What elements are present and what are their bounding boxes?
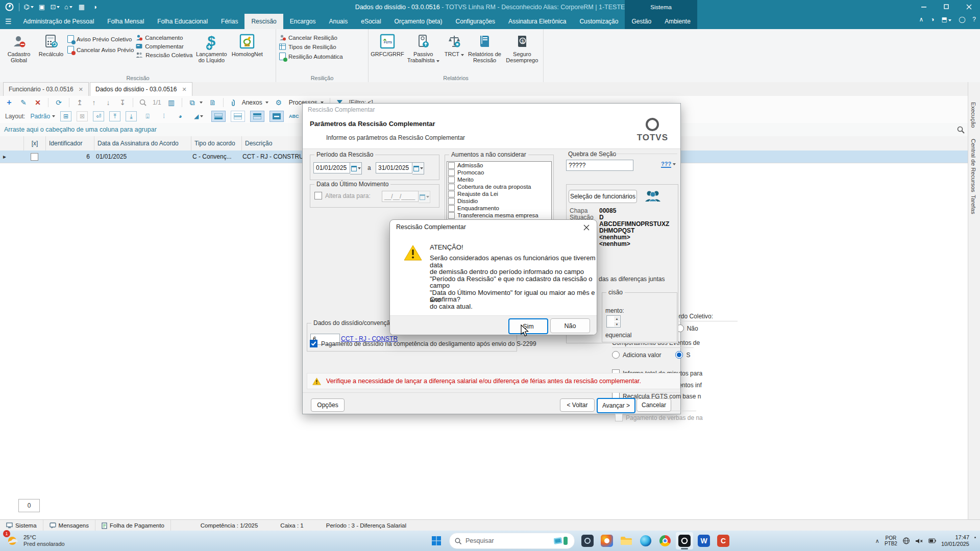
chart-dropdown-icon[interactable]: ◢ xyxy=(191,111,206,121)
connections-icon[interactable]: ⌬ xyxy=(24,3,33,11)
volume-muted-icon[interactable] xyxy=(915,538,923,544)
start-button[interactable] xyxy=(428,532,445,549)
status-folha-pagamento[interactable]: Folha de Pagamento xyxy=(95,520,171,531)
tab-gestao[interactable]: Gestão xyxy=(625,14,658,29)
battery-icon[interactable] xyxy=(928,538,936,544)
previous-record-icon[interactable]: ↑ xyxy=(90,98,98,107)
selecao-funcionarios-button[interactable]: Seleção de funcionários xyxy=(569,190,637,203)
app-icon-copilot[interactable] xyxy=(598,532,616,549)
aumento-checkbox[interactable] xyxy=(448,212,455,219)
substitui-radio[interactable] xyxy=(675,351,683,359)
tab-configuracoes[interactable]: Configurações xyxy=(449,14,502,29)
tab-assinatura-eletronica[interactable]: Assinatura Eletrônica xyxy=(502,14,573,29)
col-header-identificador[interactable]: Identificador xyxy=(46,136,94,151)
chevron-down-icon[interactable] xyxy=(265,102,268,104)
hamburger-menu-icon[interactable]: ☰ xyxy=(0,14,17,29)
layout-sort-icon[interactable]: ⫶ xyxy=(158,111,169,121)
edit-record-icon[interactable]: ✎ xyxy=(19,98,28,107)
taskbar-search[interactable]: Pesquisar xyxy=(449,533,575,549)
grfc-grrf-button[interactable]: FGTS GRFC/GRRF xyxy=(372,31,403,57)
s2299-checkbox[interactable] xyxy=(310,340,317,347)
doc-tab-funcionario[interactable]: Funcionário - 03.0.0516✕ xyxy=(3,82,89,96)
layout-import-icon[interactable]: ⤓ xyxy=(126,111,137,121)
lancamento-liquido-button[interactable]: $ Lançamento do Líquido xyxy=(194,31,228,63)
module-icon[interactable]: ⊡ xyxy=(51,3,59,11)
dialog-title-bar[interactable]: Rescisão Complementar xyxy=(303,104,680,116)
adiciona-valor-radio[interactable] xyxy=(612,351,620,359)
homolognet-button[interactable]: MTE HomologNet xyxy=(230,31,264,57)
view-toggle-2[interactable] xyxy=(231,111,245,122)
dock-tab-execucao[interactable]: Execução xyxy=(970,102,976,128)
incremento-spinner[interactable]: ▲ ▼ xyxy=(606,315,621,328)
app-icon-tasks[interactable] xyxy=(579,532,596,549)
cancelar-resilicao-button[interactable]: Cancelar Resilição xyxy=(279,34,343,41)
tray-chevron-icon[interactable]: ∧ xyxy=(875,538,879,544)
record-icon[interactable]: ▣ xyxy=(38,3,46,11)
app-icon-edge[interactable] xyxy=(637,532,654,549)
chevron-down-icon[interactable] xyxy=(200,102,203,104)
row-checkbox[interactable] xyxy=(31,153,38,161)
aviso-previo-coletivo-button[interactable]: Aviso Prévio Coletivo xyxy=(67,35,134,43)
tab-administracao-de-pessoal[interactable]: Administração de Pessoal xyxy=(17,14,101,29)
layout-filter-icon[interactable]: ⍗ xyxy=(142,111,153,121)
layout-rename-icon[interactable]: ⏎ xyxy=(93,111,104,121)
minimize-button[interactable] xyxy=(913,0,935,14)
delete-record-icon[interactable]: ✕ xyxy=(34,98,42,107)
anexos-button[interactable]: Anexos xyxy=(242,99,262,106)
help-icon[interactable]: ? xyxy=(972,16,976,23)
search-icon[interactable] xyxy=(139,99,146,106)
calendar-dropdown-icon[interactable] xyxy=(350,162,362,174)
language-indicator[interactable]: PORPTB2 xyxy=(885,535,897,546)
aumento-checkbox[interactable] xyxy=(448,205,455,212)
periodo-fim-field[interactable]: 31/01/2025 xyxy=(376,162,412,173)
trct-button[interactable]: TRCT xyxy=(443,31,465,57)
close-tab-icon[interactable]: ✕ xyxy=(79,86,83,93)
complementar-button[interactable]: Complementar xyxy=(136,43,192,49)
maximize-button[interactable] xyxy=(935,0,958,14)
tab-rescisao[interactable]: Rescisão xyxy=(244,14,283,29)
cancelar-button[interactable]: Cancelar xyxy=(636,398,671,412)
aumentos-listbox[interactable]: Admissão Promocao Merito Cobertura de ou… xyxy=(447,161,552,220)
relatorios-rescisao-button[interactable]: Relatórios de Rescisão xyxy=(467,31,502,63)
app-icon-c-red[interactable]: C xyxy=(715,532,732,549)
quebra-picker[interactable]: ??? xyxy=(661,161,676,168)
view-toggle-3[interactable] xyxy=(250,111,264,122)
tab-customizacao[interactable]: Customização xyxy=(573,14,625,29)
refresh-icon[interactable]: ⟳ xyxy=(55,98,63,107)
layout-color-icon[interactable]: ◕ xyxy=(175,111,186,121)
rescisao-coletiva-button[interactable]: Rescisão Coletiva xyxy=(136,52,192,58)
next-record-icon[interactable]: ↓ xyxy=(104,98,112,107)
dock-tab-central-recursos[interactable]: Central de Recursos xyxy=(970,139,976,192)
close-button[interactable] xyxy=(958,0,980,14)
home-icon[interactable]: ⌂ xyxy=(64,3,72,11)
last-record-icon[interactable]: ↧ xyxy=(118,98,127,107)
aumento-checkbox[interactable] xyxy=(448,169,455,176)
layout-add-icon[interactable]: ⊞ xyxy=(60,111,71,121)
passivo-trabalhista-button[interactable]: Passivo Trabalhista xyxy=(405,31,441,63)
app-icon-word[interactable]: W xyxy=(695,532,713,549)
tab-folha-mensal[interactable]: Folha Mensal xyxy=(101,14,151,29)
layout-export-icon[interactable]: ⤒ xyxy=(109,111,120,121)
clock-widget[interactable]: 17:4710/01/2025 xyxy=(941,534,969,547)
add-record-icon[interactable]: + xyxy=(5,98,13,107)
col-header-tipo-acordo[interactable]: Tipo do acordo xyxy=(191,136,242,151)
window-layout-icon[interactable]: ⬒ xyxy=(942,16,951,23)
cancelar-aviso-previo-button[interactable]: Cancelar Aviso Prévio xyxy=(67,46,134,54)
layout-preset-dropdown[interactable]: Padrão xyxy=(30,113,55,120)
aumento-checkbox[interactable] xyxy=(448,198,455,205)
abc-spellcheck-icon[interactable]: ABC xyxy=(289,114,299,119)
aumento-checkbox[interactable] xyxy=(448,191,455,197)
first-record-icon[interactable]: ↥ xyxy=(76,98,84,107)
collapse-ribbon-icon[interactable]: ∧ xyxy=(919,16,923,23)
totvs-circle-icon[interactable]: ◑ xyxy=(930,16,934,23)
cadastro-global-button[interactable]: Cadastro Global xyxy=(3,31,35,63)
quebra-secao-field[interactable]: ????? xyxy=(566,160,633,171)
tab-ferias[interactable]: Férias xyxy=(214,14,244,29)
columns-icon[interactable]: ▥ xyxy=(167,98,176,107)
aumento-checkbox[interactable] xyxy=(448,162,455,169)
avancar-button[interactable]: Avançar > xyxy=(597,398,635,413)
cancelamento-button[interactable]: Cancelamento xyxy=(136,34,192,41)
col-header-data-assinatura[interactable]: Data da Assinatura do Acordo xyxy=(94,136,191,151)
app-icon-chrome[interactable] xyxy=(656,532,674,549)
tipos-resilicao-button[interactable]: Tipos de Resilição xyxy=(279,43,343,50)
